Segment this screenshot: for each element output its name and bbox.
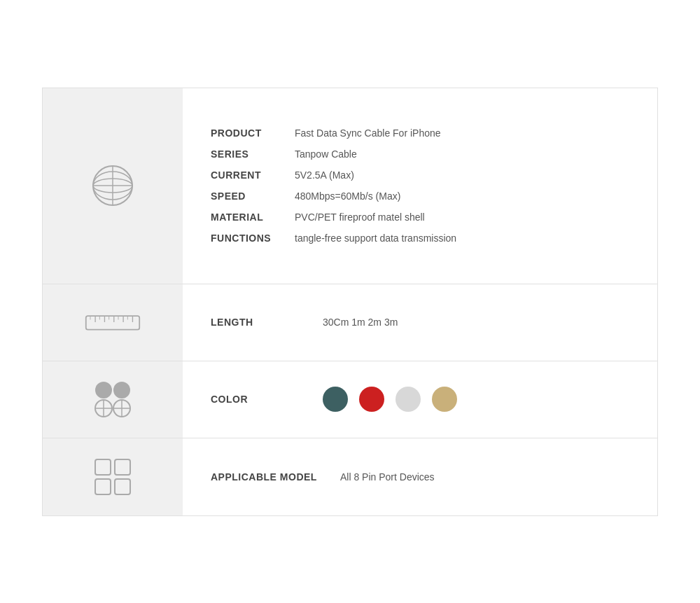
spec-value-speed: 480Mbps=60Mb/s (Max) bbox=[295, 190, 400, 202]
grid-icon-cell bbox=[43, 438, 183, 515]
svg-rect-27 bbox=[115, 479, 130, 494]
model-row: APPLICABLE MODEL All 8 Pin Port Devices bbox=[43, 438, 657, 515]
color-circle-dark-teal bbox=[323, 387, 348, 412]
svg-point-17 bbox=[113, 382, 130, 398]
spec-label-current: CURRENT bbox=[211, 169, 295, 181]
product-table: PRODUCT Fast Data Sync Cable For iPhone … bbox=[42, 88, 658, 516]
spec-material: MATERIAL PVC/PET fireproof matel shell bbox=[211, 212, 629, 223]
color-content: COLOR bbox=[183, 361, 657, 438]
specs-row: PRODUCT Fast Data Sync Cable For iPhone … bbox=[43, 88, 657, 284]
model-content: APPLICABLE MODEL All 8 Pin Port Devices bbox=[183, 438, 657, 515]
svg-rect-25 bbox=[115, 459, 130, 475]
spec-current: CURRENT 5V2.5A (Max) bbox=[211, 169, 629, 181]
ruler-icon-cell bbox=[43, 284, 183, 361]
svg-rect-5 bbox=[86, 316, 139, 330]
spec-value-series: Tanpow Cable bbox=[295, 148, 357, 160]
ruler-icon bbox=[85, 308, 141, 336]
spec-product: PRODUCT Fast Data Sync Cable For iPhone bbox=[211, 127, 629, 139]
model-row-data: APPLICABLE MODEL All 8 Pin Port Devices bbox=[211, 471, 629, 483]
spec-speed: SPEED 480Mbps=60Mb/s (Max) bbox=[211, 190, 629, 202]
spec-series: SERIES Tanpow Cable bbox=[211, 148, 629, 160]
color-label: COLOR bbox=[211, 394, 267, 405]
model-label: APPLICABLE MODEL bbox=[211, 471, 340, 483]
length-row: LENGTH 30Cm 1m 2m 3m bbox=[43, 284, 657, 361]
grid-icon bbox=[92, 456, 134, 498]
length-label: LENGTH bbox=[211, 317, 323, 328]
spec-label-functions: FUNCTIONS bbox=[211, 233, 295, 244]
color-circle-light-gray bbox=[396, 387, 421, 412]
swatches-icon-cell bbox=[43, 361, 183, 438]
spec-functions: FUNCTIONS tangle-free support data trans… bbox=[211, 233, 629, 244]
color-circle-beige bbox=[432, 387, 457, 412]
color-row-data: COLOR bbox=[211, 387, 629, 412]
color-circle-red bbox=[359, 387, 384, 412]
length-content: LENGTH 30Cm 1m 2m 3m bbox=[183, 284, 657, 361]
model-value: All 8 Pin Port Devices bbox=[340, 471, 435, 483]
spec-value-material: PVC/PET fireproof matel shell bbox=[295, 212, 425, 223]
length-value: 30Cm 1m 2m 3m bbox=[323, 317, 398, 328]
color-circles bbox=[323, 387, 457, 412]
svg-point-16 bbox=[95, 382, 112, 398]
spec-value-current: 5V2.5A (Max) bbox=[295, 169, 354, 181]
specs-content: PRODUCT Fast Data Sync Cable For iPhone … bbox=[183, 88, 657, 284]
length-row-data: LENGTH 30Cm 1m 2m 3m bbox=[211, 317, 629, 328]
spec-label-speed: SPEED bbox=[211, 190, 295, 202]
svg-rect-24 bbox=[95, 459, 111, 475]
svg-rect-26 bbox=[95, 479, 111, 494]
globe-icon-cell bbox=[43, 88, 183, 284]
color-row: COLOR bbox=[43, 361, 657, 438]
globe-icon bbox=[88, 161, 137, 210]
swatches-icon bbox=[92, 378, 134, 420]
spec-label-product: PRODUCT bbox=[211, 127, 295, 139]
spec-value-functions: tangle-free support data transmission bbox=[295, 233, 456, 244]
spec-label-series: SERIES bbox=[211, 148, 295, 160]
spec-label-material: MATERIAL bbox=[211, 212, 295, 223]
spec-value-product: Fast Data Sync Cable For iPhone bbox=[295, 127, 441, 139]
